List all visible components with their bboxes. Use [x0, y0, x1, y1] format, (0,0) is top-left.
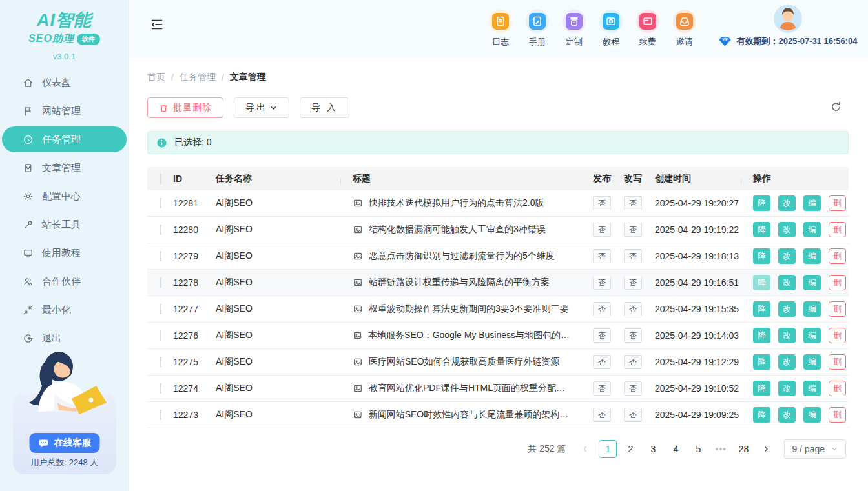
pagination-page-28[interactable]: 28	[734, 440, 752, 458]
delete-button[interactable]: 删	[829, 275, 846, 290]
cell-rewrite: 否	[619, 381, 650, 396]
article-title[interactable]: 新闻网站SEO时效性内容与长尾流量兼顾的架构设计	[369, 409, 574, 421]
delete-button[interactable]: 删	[829, 195, 846, 211]
sidebar-item-minimize[interactable]: 最小化	[2, 297, 127, 323]
article-title[interactable]: 医疗网站SEO如何合规获取高质量医疗外链资源	[369, 356, 560, 368]
quicklink-tutorial[interactable]: 教程	[596, 10, 626, 48]
sidebar-item-config[interactable]: 配置中心	[2, 183, 127, 209]
sidebar-item-articles[interactable]: 文章管理	[2, 155, 127, 181]
article-title[interactable]: 结构化数据漏洞可能触发人工审查的3种错误	[369, 224, 546, 235]
edit-button[interactable]: 编	[803, 275, 821, 290]
rewrite-button[interactable]: 改	[778, 381, 796, 396]
image-icon	[353, 330, 362, 341]
quicklink-invite[interactable]: 邀请	[670, 10, 699, 48]
pagination-next-icon[interactable]	[757, 440, 775, 458]
quicklink-custom[interactable]: 定制	[559, 10, 589, 48]
delete-button[interactable]: 删	[829, 248, 846, 264]
delete-button[interactable]: 删	[829, 381, 846, 396]
edit-button[interactable]: 编	[803, 248, 821, 264]
pagination-page-2[interactable]: 2	[621, 440, 639, 458]
article-title[interactable]: 恶意点击防御识别与过滤刷流量行为的5个维度	[369, 250, 555, 262]
quicklink-log[interactable]: 日志	[486, 10, 515, 48]
rewrite-button[interactable]: 改	[778, 328, 796, 343]
sidebar-item-dashboard[interactable]: 仪表盘	[2, 70, 127, 95]
article-title[interactable]: 本地服务SEO：Google My Business与地图包的深度...	[368, 330, 574, 341]
table-row: 12281AI阁SEO快排技术迭代模拟用户行为的点击算法2.0版否否2025-0…	[147, 190, 849, 217]
delete-button[interactable]: 删	[829, 301, 846, 317]
row-checkbox[interactable]	[160, 225, 161, 235]
quicklink-manual[interactable]: 手册	[522, 10, 552, 48]
article-title[interactable]: 快排技术迭代模拟用户行为的点击算法2.0版	[369, 197, 544, 209]
row-checkbox[interactable]	[160, 410, 161, 420]
demote-button[interactable]: 降	[753, 328, 770, 343]
demote-button[interactable]: 降	[753, 381, 770, 396]
edit-button[interactable]: 编	[803, 354, 821, 370]
avatar[interactable]	[774, 5, 802, 33]
breadcrumb-item-1[interactable]: 首页	[147, 72, 165, 83]
export-button[interactable]: 导出	[234, 97, 289, 118]
delete-button[interactable]: 删	[829, 354, 846, 370]
edit-button[interactable]: 编	[803, 301, 821, 317]
row-checkbox[interactable]	[160, 198, 161, 208]
sidebar-item-tasks[interactable]: 任务管理	[2, 126, 127, 152]
rewrite-button[interactable]: 改	[778, 222, 796, 237]
batch-delete-button[interactable]: 批量删除	[147, 97, 223, 118]
article-title[interactable]: 站群链路设计权重传递与风险隔离的平衡方案	[369, 277, 550, 288]
edit-button[interactable]: 编	[803, 407, 821, 423]
pagination-page-4[interactable]: 4	[666, 440, 685, 458]
monitor-icon	[22, 247, 34, 259]
sidebar-item-partners[interactable]: 合作伙伴	[2, 268, 127, 294]
sidebar-item-tools[interactable]: 站长工具	[2, 212, 127, 237]
row-checkbox[interactable]	[160, 251, 161, 261]
row-checkbox[interactable]	[160, 277, 161, 288]
page-size-select[interactable]: 9 / page	[784, 439, 846, 459]
delete-button[interactable]: 删	[829, 407, 846, 423]
online-service-button[interactable]: 在线客服	[30, 433, 100, 453]
pagination-page-5[interactable]: 5	[689, 440, 707, 458]
demote-button[interactable]: 降	[753, 275, 770, 290]
rewrite-button[interactable]: 改	[778, 248, 796, 264]
row-checkbox[interactable]	[160, 383, 161, 394]
delete-button[interactable]: 删	[829, 222, 846, 237]
sidebar-collapse-icon[interactable]	[150, 17, 164, 34]
demote-button[interactable]: 降	[753, 248, 770, 264]
quicklink-renew[interactable]: 续费	[633, 10, 663, 48]
refresh-icon[interactable]	[830, 101, 842, 115]
row-checkbox[interactable]	[160, 357, 161, 367]
pagination: 共 252 篇12345•••289 / page	[147, 439, 849, 459]
article-title[interactable]: 权重波动期操作算法更新期间的3要3不要准则三要	[369, 303, 569, 315]
pagination-page-1[interactable]: 1	[599, 440, 617, 458]
cell-created-time: 2025-04-29 19:09:25	[650, 410, 748, 420]
pagination-page-3[interactable]: 3	[644, 440, 662, 458]
import-button[interactable]: 导 入	[300, 97, 349, 118]
edit-button[interactable]: 编	[803, 195, 821, 211]
row-checkbox[interactable]	[160, 304, 161, 314]
publish-badge: 否	[593, 408, 611, 422]
breadcrumb-item-2[interactable]: 任务管理	[180, 72, 216, 83]
edit-button[interactable]: 编	[803, 328, 821, 343]
sidebar-item-websites[interactable]: 网站管理	[2, 98, 127, 124]
demote-button[interactable]: 降	[753, 301, 770, 317]
demote-button[interactable]: 降	[753, 195, 770, 211]
sidebar-item-logout[interactable]: 退出	[2, 325, 127, 351]
sidebar-item-tutorial[interactable]: 使用教程	[2, 240, 127, 266]
rewrite-button[interactable]: 改	[778, 407, 796, 423]
rewrite-button[interactable]: 改	[778, 301, 796, 317]
row-checkbox[interactable]	[160, 330, 161, 341]
demote-button[interactable]: 降	[753, 222, 770, 237]
rewrite-button[interactable]: 改	[778, 354, 796, 370]
edit-button[interactable]: 编	[803, 381, 821, 396]
article-title[interactable]: 教育网站优化PDF课件与HTML页面的权重分配策略	[369, 383, 574, 394]
version-label: v3.0.1	[0, 52, 129, 61]
edit-button[interactable]: 编	[803, 222, 821, 237]
demote-button[interactable]: 降	[753, 407, 770, 423]
select-all-checkbox[interactable]	[160, 174, 161, 184]
header-operations: 操作	[748, 173, 849, 185]
pagination-prev-icon[interactable]	[576, 440, 594, 458]
delete-button[interactable]: 删	[829, 328, 846, 343]
document-icon	[22, 162, 34, 174]
cell-rewrite: 否	[619, 302, 650, 316]
rewrite-button[interactable]: 改	[778, 275, 796, 290]
demote-button[interactable]: 降	[753, 354, 770, 370]
rewrite-button[interactable]: 改	[778, 195, 796, 211]
